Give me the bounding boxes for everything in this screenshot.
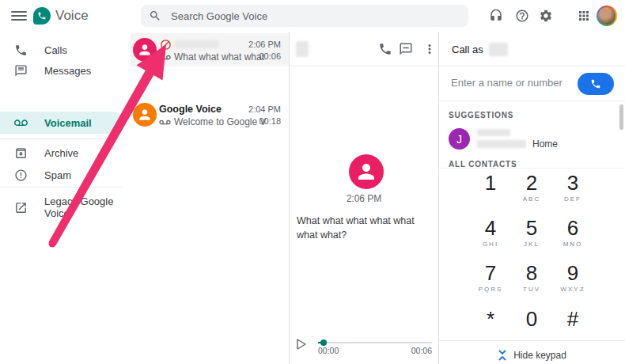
dialpad-key-5[interactable]: 5JKL: [511, 218, 552, 248]
voicemail-transcript: What what what what what what what?: [297, 214, 433, 242]
voicemail-icon: [14, 116, 28, 130]
conversation-header: [290, 32, 438, 66]
dial-input-row: [439, 66, 625, 101]
name-or-number-input[interactable]: [449, 76, 568, 89]
more-options-icon[interactable]: [422, 42, 437, 56]
elapsed-time: 00:00: [318, 346, 339, 355]
blocked-icon: [160, 39, 172, 51]
dialpad-key-6[interactable]: 6MNO: [552, 218, 593, 248]
dialpad-key-8[interactable]: 8TUV: [511, 263, 552, 293]
person-icon: [354, 160, 378, 184]
search-icon: [149, 9, 161, 22]
sidebar-item-label: Calls: [44, 44, 67, 56]
play-icon[interactable]: [296, 339, 307, 350]
sidebar-divider: [0, 187, 123, 188]
collapse-icon: [498, 350, 507, 361]
sidebar-item-archive[interactable]: Archive: [0, 142, 123, 164]
dialpad-key-2[interactable]: 2ABC: [511, 173, 552, 203]
contact-avatar: [133, 38, 157, 62]
top-bar: Voice: [0, 0, 625, 32]
apps-grid-icon[interactable]: [574, 6, 593, 25]
conversation-panel: 2:06 PM What what what what what what wh…: [289, 32, 439, 364]
call-icon[interactable]: [378, 42, 392, 56]
sidebar-item-spam[interactable]: Spam: [0, 164, 123, 186]
call-as-label: Call as: [452, 44, 483, 55]
call-button[interactable]: [578, 73, 614, 95]
caller-avatar: [349, 154, 384, 189]
sidebar-item-label: Archive: [44, 147, 78, 159]
dialpad-key-3[interactable]: 3DEF: [552, 173, 593, 203]
contact-avatar: [133, 103, 157, 127]
phone-icon: [14, 44, 28, 57]
redacted-call-as-number[interactable]: [489, 43, 508, 56]
sidebar-item-calls[interactable]: Calls: [0, 39, 123, 61]
phone-type-label: Home: [532, 138, 558, 150]
voice-logo: [33, 7, 51, 25]
redacted-contact-name: [477, 129, 510, 136]
dialpad-key-4[interactable]: 4GHI: [470, 218, 511, 248]
search-bar[interactable]: [141, 5, 468, 27]
sidebar-item-legacy-google-voice[interactable]: Legacy Google Voice: [0, 196, 123, 218]
scrollbar-thumb[interactable]: [619, 104, 623, 130]
avatar-photo: [598, 7, 616, 25]
sidebar: Calls Messages Voicemail Archive Spam Le…: [0, 32, 131, 364]
settings-gear-icon[interactable]: [536, 6, 555, 25]
audio-player: 00:00 00:06: [296, 336, 432, 356]
voicemail-item-blocked-caller[interactable]: What what what what … 2:06 PM 00:06: [131, 33, 289, 66]
person-icon: [137, 42, 153, 58]
sidebar-item-voicemail[interactable]: Voicemail: [0, 112, 123, 134]
contact-avatar: J: [449, 128, 470, 150]
headset-icon[interactable]: [487, 6, 506, 25]
suggestion-contact[interactable]: J Home: [439, 125, 625, 160]
redacted-sender-name: [175, 40, 219, 48]
voicemail-item-google-voice[interactable]: Google Voice Welcome to Google V… 2:04 P…: [131, 98, 289, 131]
person-icon: [137, 107, 153, 123]
user-avatar[interactable]: [597, 6, 617, 26]
voicemail-icon: [159, 54, 171, 61]
sidebar-item-label: Messages: [44, 65, 91, 77]
sidebar-item-label: Legacy Google Voice: [44, 195, 123, 219]
total-duration: 00:06: [411, 346, 432, 355]
voicemail-duration: 00:06: [259, 51, 281, 61]
dialpad-key-9[interactable]: 9WXYZ: [552, 263, 593, 293]
dialer-panel: Call as SUGGESTIONS J Home ALL CONTACTS …: [439, 32, 625, 364]
sidebar-divider: [0, 138, 123, 139]
voicemail-time: 2:04 PM: [248, 104, 281, 114]
dialpad-key-7[interactable]: 7PQRS: [470, 263, 511, 293]
hide-keypad-button[interactable]: Hide keypad: [439, 347, 625, 364]
sidebar-item-label: Spam: [44, 169, 71, 181]
app-title: Voice: [55, 8, 89, 24]
voicemail-preview: Welcome to Google V…: [174, 116, 267, 127]
keypad-divider: [439, 340, 625, 341]
dialpad-key-0[interactable]: 0: [511, 309, 552, 329]
open-in-new-icon: [14, 201, 28, 214]
dialpad-key-star[interactable]: *: [470, 309, 511, 329]
archive-icon: [14, 146, 28, 160]
message-icon[interactable]: [399, 42, 413, 56]
phone-icon: [590, 78, 601, 89]
voicemail-preview: What what what what …: [174, 51, 267, 63]
phone-icon: [37, 11, 47, 21]
voicemail-duration: 00:18: [259, 116, 281, 126]
help-icon[interactable]: [513, 6, 532, 25]
voicemail-icon: [159, 119, 171, 126]
call-as-row: Call as: [439, 32, 625, 66]
suggestions-header: SUGGESTIONS: [449, 111, 513, 119]
sidebar-item-messages[interactable]: Messages: [0, 59, 123, 82]
redacted-phone-number: [296, 41, 309, 57]
dialpad-key-1[interactable]: 1: [470, 173, 511, 195]
audio-progress-knob[interactable]: [320, 339, 327, 346]
voicemail-timestamp: 2:06 PM: [290, 193, 438, 204]
sidebar-item-label: Voicemail: [44, 117, 92, 129]
message-icon: [14, 64, 28, 78]
voicemail-sender: Google Voice: [159, 104, 222, 115]
search-input[interactable]: [169, 9, 460, 23]
hide-keypad-label: Hide keypad: [513, 350, 566, 361]
hamburger-menu-icon[interactable]: [11, 9, 27, 23]
dialpad-key-pound[interactable]: #: [552, 309, 593, 329]
audio-progress-track[interactable]: [318, 342, 432, 343]
voicemail-time: 2:06 PM: [248, 40, 281, 49]
google-voice-app: Voice Calls Messages Voicemai: [0, 0, 625, 364]
spam-icon: [14, 169, 28, 182]
voicemail-list: What what what what … 2:06 PM 00:06 Goog…: [131, 32, 289, 364]
